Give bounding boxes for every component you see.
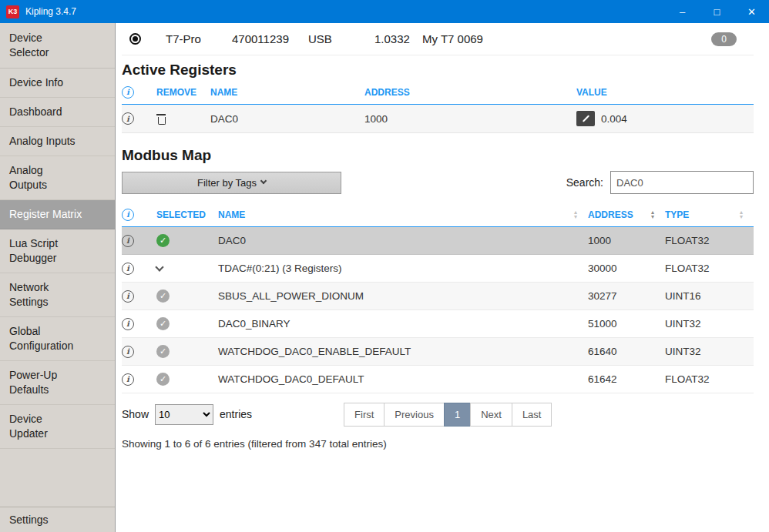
select-check-icon[interactable]: ✓ — [156, 289, 170, 303]
column-selected: SELECTED — [156, 209, 218, 220]
column-address[interactable]: ADDRESS — [588, 209, 633, 220]
pagination-last-button[interactable]: Last — [512, 403, 552, 427]
table-row[interactable]: i ✓ SBUS_ALL_POWER_DIONUM 30277 UINT16 — [122, 283, 754, 310]
table-footer: Show 10 entries First Previous 1 Next La… — [122, 401, 754, 427]
info-icon[interactable]: i — [122, 112, 134, 125]
sidebar-item-label: Analog Inputs — [9, 134, 82, 149]
register-type: UINT32 — [665, 318, 754, 330]
register-name: WATCHDOG_DAC0_ENABLE_DEFAULT — [218, 346, 588, 357]
register-address: 30000 — [588, 263, 665, 274]
sort-icon[interactable]: ▴▾ — [651, 210, 654, 219]
sidebar-item-lua-script-debugger[interactable]: Lua Script Debugger — [0, 229, 115, 273]
device-firmware: 1.0332 — [374, 32, 422, 45]
maximize-button[interactable]: □ — [700, 0, 734, 23]
active-registers-header: i REMOVE NAME ADDRESS VALUE — [122, 80, 754, 105]
close-button[interactable]: ✕ — [734, 0, 769, 23]
info-icon[interactable]: i — [122, 86, 134, 99]
sidebar-item-device-updater[interactable]: Device Updater — [0, 405, 115, 449]
trash-icon[interactable] — [156, 113, 166, 125]
column-name: NAME — [210, 87, 364, 98]
register-name: TDAC#(0:21) (3 Registers) — [218, 263, 588, 274]
show-label: Show — [122, 408, 149, 420]
register-type: UINT16 — [665, 290, 754, 302]
device-bar: T7-Pro 470011239 USB 1.0332 My T7 0069 0 — [122, 23, 754, 55]
sidebar-item-register-matrix[interactable]: Register Matrix — [0, 200, 115, 229]
table-row[interactable]: i TDAC#(0:21) (3 Registers) 30000 FLOAT3… — [122, 255, 754, 283]
sidebar-item-analog-outputs[interactable]: Analog Outputs — [0, 156, 115, 200]
register-address: 1000 — [588, 235, 665, 246]
register-type: FLOAT32 — [665, 373, 754, 385]
device-connection: USB — [308, 32, 374, 45]
info-icon[interactable]: i — [122, 318, 134, 330]
sidebar-item-global-configuration[interactable]: Global Configuration — [0, 317, 115, 361]
info-icon[interactable]: i — [122, 373, 134, 386]
app-logo-icon: K3 — [6, 5, 19, 18]
select-check-icon[interactable]: ✓ — [156, 317, 170, 330]
device-name: My T7 0069 — [422, 32, 483, 45]
pagination-previous-button[interactable]: Previous — [384, 403, 445, 427]
filter-button-label: Filter by Tags — [197, 177, 257, 189]
info-icon[interactable]: i — [122, 235, 134, 247]
table-row[interactable]: i ✓ WATCHDOG_DAC0_ENABLE_DEFAULT 61640 U… — [122, 338, 754, 366]
sidebar-item-label: Network Settings — [9, 280, 82, 309]
entries-summary: Showing 1 to 6 of 6 entries (filtered fr… — [122, 438, 754, 450]
table-row[interactable]: i ✓ DAC0_BINARY 51000 UINT32 — [122, 310, 754, 338]
register-type: FLOAT32 — [665, 235, 754, 246]
sidebar-item-settings[interactable]: Settings — [0, 507, 115, 532]
column-value: VALUE — [576, 87, 754, 98]
register-name: DAC0 — [218, 235, 588, 246]
pagination-next-button[interactable]: Next — [470, 403, 512, 427]
edit-value-button[interactable] — [576, 111, 595, 126]
table-row[interactable]: i ✓ DAC0 1000 FLOAT32 — [122, 227, 754, 255]
info-icon[interactable]: i — [122, 346, 134, 358]
device-radio[interactable] — [129, 33, 141, 45]
info-icon[interactable]: i — [122, 290, 134, 303]
device-model: T7-Pro — [166, 32, 232, 45]
column-remove: REMOVE — [156, 87, 210, 98]
register-address: 61640 — [588, 346, 665, 357]
register-name: DAC0_BINARY — [218, 318, 588, 330]
register-address: 51000 — [588, 318, 665, 330]
register-address: 61642 — [588, 373, 665, 385]
active-register-row: i DAC0 1000 0.004 — [122, 105, 754, 133]
info-icon[interactable]: i — [122, 263, 134, 275]
sidebar-item-label: Global Configuration — [9, 324, 82, 353]
sidebar-item-device-info[interactable]: Device Info — [0, 69, 115, 98]
sort-icon[interactable]: ▴▾ — [740, 210, 743, 219]
sidebar-item-label: Power-Up Defaults — [9, 368, 82, 397]
search-input[interactable] — [610, 171, 754, 194]
sidebar-item-analog-inputs[interactable]: Analog Inputs — [0, 127, 115, 156]
chevron-down-icon — [260, 178, 267, 184]
sort-icon[interactable]: ▴▾ — [574, 210, 577, 219]
register-name: DAC0 — [210, 113, 364, 125]
minimize-button[interactable]: – — [665, 0, 700, 23]
selected-check-icon[interactable]: ✓ — [156, 234, 170, 247]
filter-by-tags-button[interactable]: Filter by Tags — [122, 172, 341, 194]
main-content: T7-Pro 470011239 USB 1.0332 My T7 0069 0… — [116, 23, 769, 532]
pagination-page-1-button[interactable]: 1 — [444, 403, 471, 427]
notification-badge: 0 — [711, 32, 737, 46]
sidebar-item-label: Dashboard — [9, 105, 82, 119]
sidebar-header-device-selector[interactable]: Device Selector — [0, 23, 115, 69]
select-check-icon[interactable]: ✓ — [156, 345, 170, 358]
filter-row: Filter by Tags Search: — [122, 170, 754, 195]
select-check-icon[interactable]: ✓ — [156, 373, 170, 386]
show-entries-select[interactable]: 10 — [155, 404, 213, 425]
table-row[interactable]: i ✓ WATCHDOG_DAC0_DEFAULT 61642 FLOAT32 — [122, 366, 754, 393]
sidebar-item-network-settings[interactable]: Network Settings — [0, 273, 115, 317]
sidebar-item-power-up-defaults[interactable]: Power-Up Defaults — [0, 361, 115, 405]
pencil-icon — [582, 115, 589, 122]
sidebar: Device Selector Device Info Dashboard An… — [0, 23, 116, 532]
info-icon[interactable]: i — [122, 209, 134, 221]
window-title: Kipling 3.4.7 — [25, 6, 76, 17]
titlebar: K3 Kipling 3.4.7 – □ ✕ — [0, 0, 769, 23]
expand-chevron-icon[interactable] — [155, 263, 163, 271]
column-type[interactable]: TYPE — [665, 209, 689, 220]
pagination-first-button[interactable]: First — [344, 403, 384, 427]
column-name[interactable]: NAME — [218, 209, 245, 220]
sidebar-item-dashboard[interactable]: Dashboard — [0, 98, 115, 127]
sidebar-item-label: Device Updater — [9, 412, 82, 441]
sidebar-header-label: Device Selector — [9, 31, 82, 60]
register-address: 30277 — [588, 290, 665, 302]
modbus-map-title: Modbus Map — [122, 147, 754, 164]
